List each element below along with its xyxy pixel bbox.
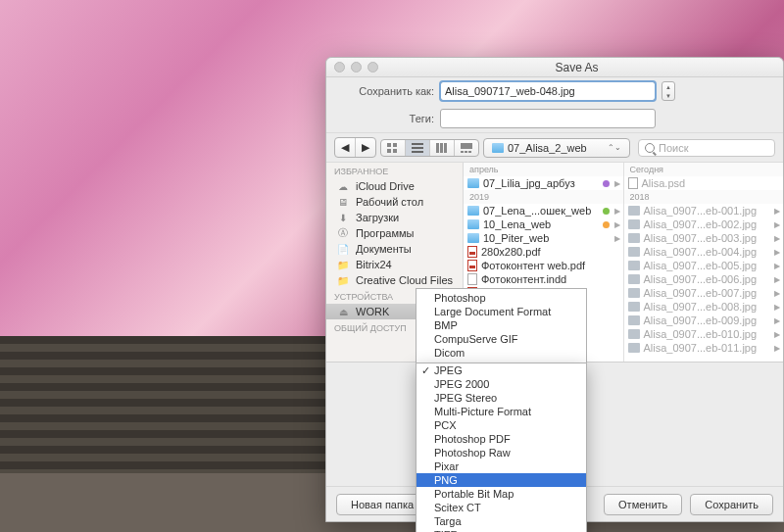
format-option[interactable]: JPEG xyxy=(416,363,586,377)
cancel-button[interactable]: Отменить xyxy=(604,494,682,515)
collapse-toggle[interactable]: ▲▼ xyxy=(662,81,675,101)
folder-icon xyxy=(628,302,640,312)
folder-icon xyxy=(628,288,640,298)
apps-icon: Ⓐ xyxy=(336,227,350,239)
chevron-right-icon: ▶ xyxy=(614,234,620,243)
file-item[interactable]: Alisa_0907...eb-006.jpg▶ xyxy=(624,272,784,286)
format-option[interactable]: Scitex CT xyxy=(416,501,586,514)
file-item[interactable]: 280x280.pdf xyxy=(464,245,623,259)
file-item[interactable]: 07_Lilia_jpg_арбуз▶ xyxy=(464,176,623,190)
format-option[interactable]: CompuServe GIF xyxy=(416,332,586,346)
format-option[interactable]: BMP xyxy=(416,318,586,332)
file-label: Alisa_0907...eb-003.jpg xyxy=(644,232,758,244)
file-label: Alisa_0907...eb-009.jpg xyxy=(644,314,758,326)
sidebar-item-label: Загрузки xyxy=(356,212,399,223)
chevron-right-icon: ▶ xyxy=(774,316,780,325)
zoom-icon[interactable] xyxy=(368,62,378,73)
folder-icon xyxy=(628,219,640,229)
svg-rect-12 xyxy=(465,151,467,153)
file-item[interactable]: Alisa_0907...eb-011.jpg▶ xyxy=(624,341,784,355)
file-item[interactable]: Alisa_0907...eb-002.jpg▶ xyxy=(624,218,784,231)
file-icon xyxy=(467,273,477,285)
file-item[interactable]: Фотоконтент web.pdf xyxy=(464,259,623,272)
close-icon[interactable] xyxy=(334,62,345,73)
folder-icon xyxy=(492,143,504,153)
chevron-right-icon: ▶ xyxy=(774,303,780,312)
file-label: Alisa_0907...eb-007.jpg xyxy=(644,287,758,299)
chevron-right-icon: ▶ xyxy=(614,179,620,188)
view-icons-button[interactable] xyxy=(381,140,406,156)
tags-input[interactable] xyxy=(440,109,656,128)
file-item[interactable]: 07_Lena_...ошек_web▶ xyxy=(464,204,623,218)
chevron-right-icon: ▶ xyxy=(774,234,780,243)
file-label: Фотоконтент.indd xyxy=(481,273,566,285)
format-option[interactable]: JPEG 2000 xyxy=(416,377,586,391)
format-option[interactable]: PNG xyxy=(416,473,586,487)
format-option[interactable]: JPEG Stereo xyxy=(416,391,586,405)
file-item[interactable]: Alisa_0907...eb-005.jpg▶ xyxy=(624,259,784,272)
folder-icon xyxy=(628,329,640,339)
file-label: 07_Lena_...ошек_web xyxy=(483,205,591,217)
browser-column-2: Сегодня Alisa.psd 2018 Alisa_0907...eb-0… xyxy=(624,163,784,362)
sidebar-item[interactable]: 📄Документы xyxy=(326,241,463,257)
back-button[interactable]: ◀ xyxy=(335,138,356,157)
format-option[interactable]: Large Document Format xyxy=(416,305,586,318)
file-item[interactable]: Alisa_0907...eb-007.jpg▶ xyxy=(624,286,784,300)
file-item[interactable]: Фотоконтент.indd xyxy=(464,272,623,286)
file-item[interactable]: Alisa_0907...eb-004.jpg▶ xyxy=(624,245,784,259)
view-gallery-button[interactable] xyxy=(455,140,478,156)
file-label: Alisa_0907...eb-001.jpg xyxy=(644,205,758,217)
format-option[interactable]: Photoshop Raw xyxy=(416,446,586,459)
file-item[interactable]: Alisa_0907...eb-001.jpg▶ xyxy=(624,204,784,218)
view-columns-button[interactable] xyxy=(430,140,455,156)
format-option[interactable]: Dicom xyxy=(416,346,586,360)
sidebar-item[interactable]: ☁iCloud Drive xyxy=(326,178,463,194)
chevron-right-icon: ▶ xyxy=(774,207,780,216)
chevron-right-icon: ▶ xyxy=(774,289,780,298)
chevron-right-icon: ▶ xyxy=(614,220,620,229)
format-option[interactable]: Photoshop PDF xyxy=(416,432,586,446)
format-dropdown[interactable]: JPEGJPEG 2000JPEG StereoMulti-Picture Fo… xyxy=(416,363,587,532)
new-folder-button[interactable]: Новая папка xyxy=(336,494,428,515)
format-option[interactable]: PCX xyxy=(416,418,586,432)
view-list-button[interactable] xyxy=(406,140,430,156)
file-item[interactable]: Alisa_0907...eb-003.jpg▶ xyxy=(624,231,784,245)
format-option[interactable]: Multi-Picture Format xyxy=(416,405,586,418)
folder-icon xyxy=(628,247,640,257)
sidebar-item[interactable]: 📁Bitrix24 xyxy=(326,257,463,272)
file-item[interactable]: Alisa.psd xyxy=(624,176,784,190)
sidebar-item[interactable]: ⬇Загрузки xyxy=(326,210,463,225)
file-item[interactable]: 10_Piter_web▶ xyxy=(464,231,623,245)
format-option[interactable]: Targa xyxy=(416,514,586,528)
pdf-icon xyxy=(467,246,477,258)
search-input[interactable]: Поиск xyxy=(638,139,775,157)
format-option[interactable]: TIFF xyxy=(416,528,586,532)
file-label: Alisa_0907...eb-005.jpg xyxy=(644,260,758,271)
sidebar-item[interactable]: ⒶПрограммы xyxy=(326,225,463,241)
file-label: Alisa_0907...eb-002.jpg xyxy=(644,218,758,230)
file-item[interactable]: 10_Lena_web▶ xyxy=(464,218,623,231)
file-item[interactable]: Alisa_0907...eb-009.jpg▶ xyxy=(624,314,784,327)
format-option[interactable]: Pixar xyxy=(416,459,586,473)
format-option[interactable]: Photoshop xyxy=(416,291,586,305)
format-option[interactable]: Portable Bit Map xyxy=(416,487,586,501)
file-label: 10_Piter_web xyxy=(483,232,549,244)
sidebar-item[interactable]: 📁Creative Cloud Files xyxy=(326,272,463,288)
file-item[interactable]: Alisa_0907...eb-010.jpg▶ xyxy=(624,327,784,341)
svg-rect-8 xyxy=(440,143,443,153)
forward-button[interactable]: ▶ xyxy=(356,138,375,157)
path-dropdown[interactable]: 07_Alisa_2_web ⌃⌄ xyxy=(483,138,630,158)
folder-icon: 📁 xyxy=(336,259,350,270)
filename-input[interactable] xyxy=(440,81,656,101)
folder-icon xyxy=(467,219,479,229)
column-header: 2019 xyxy=(464,190,623,204)
tag-dot-icon xyxy=(603,208,610,215)
file-label: Alisa_0907...eb-011.jpg xyxy=(644,342,758,354)
sidebar-item-label: iCloud Drive xyxy=(356,180,415,192)
minimize-icon[interactable] xyxy=(351,62,362,73)
sidebar-item[interactable]: 🖥Рабочий стол xyxy=(326,194,463,210)
file-label: Alisa_0907...eb-010.jpg xyxy=(644,328,758,340)
svg-rect-0 xyxy=(387,143,391,147)
file-item[interactable]: Alisa_0907...eb-008.jpg▶ xyxy=(624,300,784,314)
save-button[interactable]: Сохранить xyxy=(690,494,773,515)
